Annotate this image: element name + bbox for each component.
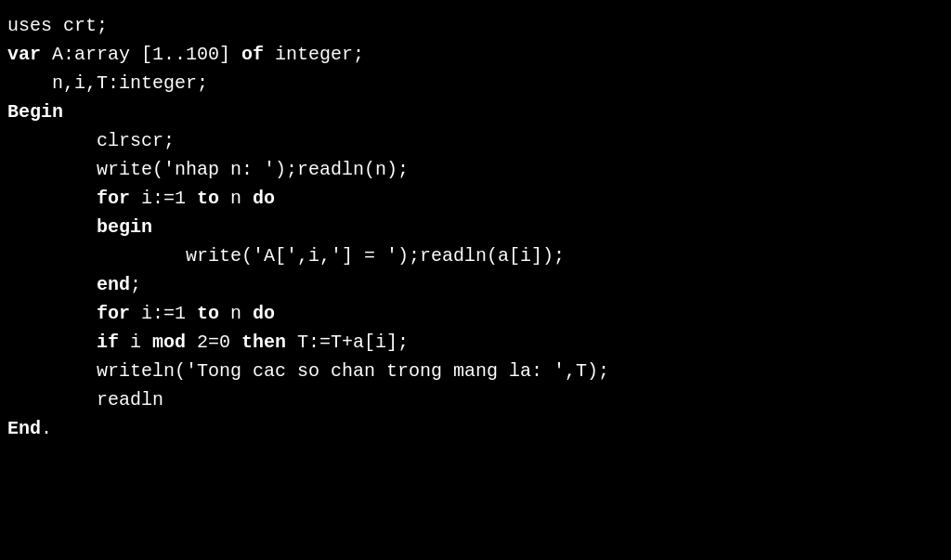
code-keyword-for: for [97, 188, 130, 209]
code-keyword-if: if [97, 332, 119, 353]
code-text [7, 332, 97, 353]
code-keyword-mod: mod [152, 332, 186, 353]
code-editor: uses crt; var A:array [1..100] of intege… [0, 0, 951, 560]
code-text: T:=T+a[i]; [286, 332, 409, 353]
code-text: ; [130, 274, 141, 295]
code-text [7, 188, 97, 209]
code-line-12: if i mod 2=0 then T:=T+a[i]; [7, 332, 409, 353]
code-keyword-begin: Begin [7, 101, 63, 123]
code-text: clrscr; [7, 130, 175, 151]
code-text: n [219, 303, 253, 324]
code-line-9: write('A[',i,'] = ');readln(a[i]); [7, 245, 565, 267]
code-line-6: write('nhap n: ');readln(n); [7, 159, 409, 180]
code-text: i [119, 332, 152, 353]
code-text: write('nhap n: ');readln(n); [7, 159, 409, 180]
code-keyword-do: do [253, 188, 275, 209]
code-keyword-to2: to [197, 303, 219, 324]
code-keyword-var: var [7, 44, 41, 65]
code-line-3: n,i,T:integer; [7, 72, 208, 94]
code-line-14: readln [7, 389, 163, 410]
code-line-5: clrscr; [7, 130, 175, 151]
code-keyword-for2: for [97, 303, 130, 324]
code-text [7, 274, 97, 295]
code-line-4: Begin [7, 101, 63, 123]
code-line-2: var A:array [1..100] of integer; [7, 44, 364, 65]
code-text: write('A[',i,'] = ');readln(a[i]); [7, 245, 565, 267]
code-text: n,i,T:integer; [7, 72, 208, 94]
code-keyword-end1: end [97, 274, 130, 295]
code-text: n [219, 188, 253, 209]
code-text: integer; [264, 44, 364, 65]
code-line-7: for i:=1 to n do [7, 188, 275, 209]
code-keyword-to: to [197, 188, 219, 209]
code-line-10: end; [7, 274, 141, 295]
code-text [7, 303, 97, 324]
code-text: i:=1 [130, 303, 197, 324]
code-keyword-then: then [241, 332, 286, 353]
code-text: readln [7, 389, 163, 410]
code-text [7, 216, 97, 238]
code-text: 2=0 [186, 332, 241, 353]
code-line-15: End. [7, 418, 52, 439]
code-keyword-end-final: End [7, 418, 41, 439]
code-text: A:array [1..100] [41, 44, 241, 65]
code-line-1: uses crt; [7, 15, 108, 36]
code-keyword-begin2: begin [97, 216, 152, 238]
code-line-13: writeln('Tong cac so chan trong mang la:… [7, 360, 609, 382]
code-text: i:=1 [130, 188, 197, 209]
code-text: . [41, 418, 52, 439]
code-keyword-of: of [241, 44, 264, 65]
code-text: uses crt; [7, 15, 108, 36]
code-line-11: for i:=1 to n do [7, 303, 275, 324]
code-text: writeln('Tong cac so chan trong mang la:… [7, 360, 609, 382]
code-keyword-do2: do [253, 303, 275, 324]
code-line-8: begin [7, 216, 152, 238]
